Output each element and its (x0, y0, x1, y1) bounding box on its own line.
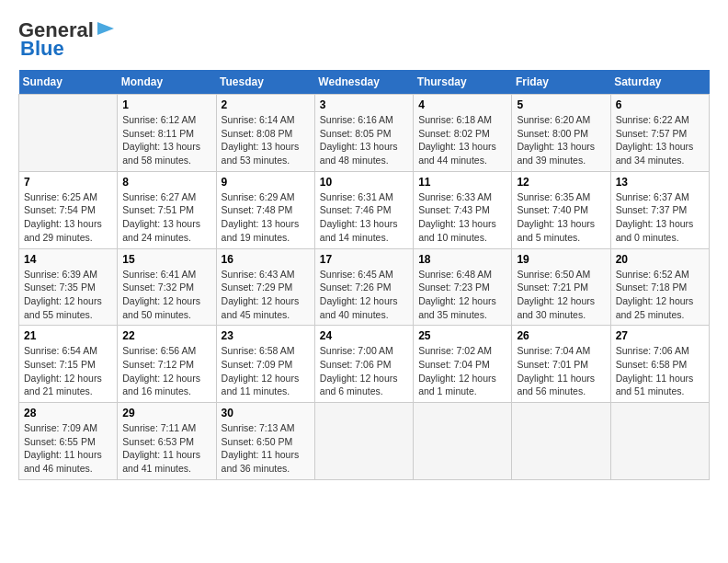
calendar-cell (512, 403, 610, 480)
day-info: Sunrise: 7:06 AM Sunset: 6:58 PM Dayligh… (616, 344, 704, 398)
day-info: Sunrise: 6:48 AM Sunset: 7:23 PM Dayligh… (418, 268, 506, 322)
day-number: 2 (222, 98, 310, 111)
calendar-cell: 24Sunrise: 7:00 AM Sunset: 7:06 PM Dayli… (314, 326, 413, 403)
calendar-cell: 15Sunrise: 6:41 AM Sunset: 7:32 PM Dayli… (118, 248, 216, 326)
calendar-cell (19, 95, 118, 172)
day-number: 15 (122, 253, 210, 266)
calendar-cell: 21Sunrise: 6:54 AM Sunset: 7:15 PM Dayli… (19, 326, 118, 403)
calendar-week-row: 7Sunrise: 6:25 AM Sunset: 7:54 PM Daylig… (19, 171, 710, 248)
day-info: Sunrise: 6:31 AM Sunset: 7:46 PM Dayligh… (320, 190, 408, 245)
day-info: Sunrise: 6:27 AM Sunset: 7:51 PM Dayligh… (122, 190, 210, 245)
calendar-cell: 19Sunrise: 6:50 AM Sunset: 7:21 PM Dayli… (512, 248, 610, 326)
weekday-header: Sunday (19, 70, 118, 95)
calendar-table: SundayMondayTuesdayWednesdayThursdayFrid… (18, 70, 710, 480)
calendar-cell: 11Sunrise: 6:33 AM Sunset: 7:43 PM Dayli… (414, 171, 512, 248)
day-info: Sunrise: 7:04 AM Sunset: 7:01 PM Dayligh… (517, 344, 605, 398)
day-info: Sunrise: 6:35 AM Sunset: 7:40 PM Dayligh… (517, 190, 605, 245)
day-number: 7 (24, 176, 112, 189)
calendar-cell: 9Sunrise: 6:29 AM Sunset: 7:48 PM Daylig… (216, 171, 314, 248)
calendar-cell: 7Sunrise: 6:25 AM Sunset: 7:54 PM Daylig… (19, 171, 118, 248)
calendar-cell: 2Sunrise: 6:14 AM Sunset: 8:08 PM Daylig… (216, 95, 314, 172)
day-number: 4 (418, 98, 506, 111)
day-info: Sunrise: 7:02 AM Sunset: 7:04 PM Dayligh… (418, 344, 506, 398)
day-number: 13 (616, 176, 704, 189)
day-number: 27 (616, 329, 704, 342)
calendar-cell: 8Sunrise: 6:27 AM Sunset: 7:51 PM Daylig… (118, 171, 216, 248)
day-info: Sunrise: 6:33 AM Sunset: 7:43 PM Dayligh… (418, 190, 506, 245)
calendar-cell: 26Sunrise: 7:04 AM Sunset: 7:01 PM Dayli… (512, 326, 610, 403)
calendar-cell: 28Sunrise: 7:09 AM Sunset: 6:55 PM Dayli… (19, 403, 118, 480)
calendar-cell (610, 403, 709, 480)
day-info: Sunrise: 7:11 AM Sunset: 6:53 PM Dayligh… (122, 421, 210, 476)
day-number: 20 (616, 253, 704, 266)
calendar-cell: 6Sunrise: 6:22 AM Sunset: 7:57 PM Daylig… (610, 95, 709, 172)
day-number: 21 (24, 329, 112, 342)
calendar-cell: 27Sunrise: 7:06 AM Sunset: 6:58 PM Dayli… (610, 326, 709, 403)
day-info: Sunrise: 6:58 AM Sunset: 7:09 PM Dayligh… (222, 344, 310, 398)
calendar-cell (414, 403, 512, 480)
calendar-cell: 25Sunrise: 7:02 AM Sunset: 7:04 PM Dayli… (414, 326, 512, 403)
calendar-cell: 22Sunrise: 6:56 AM Sunset: 7:12 PM Dayli… (118, 326, 216, 403)
logo-blue: Blue (20, 37, 64, 61)
calendar-cell: 1Sunrise: 6:12 AM Sunset: 8:11 PM Daylig… (118, 95, 216, 172)
day-number: 1 (122, 98, 210, 111)
day-number: 22 (122, 329, 210, 342)
calendar-cell: 5Sunrise: 6:20 AM Sunset: 8:00 PM Daylig… (512, 95, 610, 172)
calendar-cell: 17Sunrise: 6:45 AM Sunset: 7:26 PM Dayli… (314, 248, 413, 326)
day-number: 8 (122, 176, 210, 189)
day-info: Sunrise: 6:41 AM Sunset: 7:32 PM Dayligh… (122, 268, 210, 322)
weekday-header: Monday (118, 70, 216, 95)
calendar-cell: 10Sunrise: 6:31 AM Sunset: 7:46 PM Dayli… (314, 171, 413, 248)
day-number: 29 (122, 407, 210, 419)
day-info: Sunrise: 6:52 AM Sunset: 7:18 PM Dayligh… (616, 268, 704, 322)
day-info: Sunrise: 6:29 AM Sunset: 7:48 PM Dayligh… (222, 190, 310, 245)
day-number: 25 (418, 329, 506, 342)
day-number: 18 (418, 253, 506, 266)
day-info: Sunrise: 6:22 AM Sunset: 7:57 PM Dayligh… (616, 113, 704, 167)
day-number: 17 (320, 253, 408, 266)
day-number: 26 (517, 329, 605, 342)
day-number: 30 (222, 407, 310, 419)
day-number: 12 (517, 176, 605, 189)
day-info: Sunrise: 6:18 AM Sunset: 8:02 PM Dayligh… (418, 113, 506, 167)
weekday-header: Wednesday (314, 70, 413, 95)
day-number: 23 (222, 329, 310, 342)
day-info: Sunrise: 7:00 AM Sunset: 7:06 PM Dayligh… (320, 344, 408, 398)
calendar-week-row: 1Sunrise: 6:12 AM Sunset: 8:11 PM Daylig… (19, 95, 710, 172)
calendar-cell: 20Sunrise: 6:52 AM Sunset: 7:18 PM Dayli… (610, 248, 709, 326)
day-number: 10 (320, 176, 408, 189)
page-header: General Blue (18, 18, 710, 61)
day-info: Sunrise: 6:45 AM Sunset: 7:26 PM Dayligh… (320, 268, 408, 322)
day-info: Sunrise: 6:39 AM Sunset: 7:35 PM Dayligh… (24, 268, 112, 322)
calendar-week-row: 14Sunrise: 6:39 AM Sunset: 7:35 PM Dayli… (19, 248, 710, 326)
header-row: SundayMondayTuesdayWednesdayThursdayFrid… (19, 70, 710, 95)
calendar-cell: 23Sunrise: 6:58 AM Sunset: 7:09 PM Dayli… (216, 326, 314, 403)
calendar-cell (314, 403, 413, 480)
weekday-header: Saturday (610, 70, 709, 95)
logo-arrow-icon (96, 18, 116, 39)
logo: General Blue (18, 18, 116, 61)
day-info: Sunrise: 6:43 AM Sunset: 7:29 PM Dayligh… (222, 268, 310, 322)
calendar-cell: 18Sunrise: 6:48 AM Sunset: 7:23 PM Dayli… (414, 248, 512, 326)
day-info: Sunrise: 6:16 AM Sunset: 8:05 PM Dayligh… (320, 113, 408, 167)
day-number: 9 (222, 176, 310, 189)
day-info: Sunrise: 6:14 AM Sunset: 8:08 PM Dayligh… (222, 113, 310, 167)
calendar-week-row: 28Sunrise: 7:09 AM Sunset: 6:55 PM Dayli… (19, 403, 710, 480)
calendar-cell: 30Sunrise: 7:13 AM Sunset: 6:50 PM Dayli… (216, 403, 314, 480)
day-number: 28 (24, 407, 112, 419)
day-info: Sunrise: 6:12 AM Sunset: 8:11 PM Dayligh… (122, 113, 210, 167)
day-info: Sunrise: 6:25 AM Sunset: 7:54 PM Dayligh… (24, 190, 112, 245)
calendar-week-row: 21Sunrise: 6:54 AM Sunset: 7:15 PM Dayli… (19, 326, 710, 403)
day-info: Sunrise: 6:56 AM Sunset: 7:12 PM Dayligh… (122, 344, 210, 398)
weekday-header: Thursday (414, 70, 512, 95)
calendar-cell: 16Sunrise: 6:43 AM Sunset: 7:29 PM Dayli… (216, 248, 314, 326)
day-number: 24 (320, 329, 408, 342)
day-number: 11 (418, 176, 506, 189)
calendar-cell: 3Sunrise: 6:16 AM Sunset: 8:05 PM Daylig… (314, 95, 413, 172)
day-number: 5 (517, 98, 605, 111)
day-number: 3 (320, 98, 408, 111)
day-number: 6 (616, 98, 704, 111)
day-info: Sunrise: 7:13 AM Sunset: 6:50 PM Dayligh… (222, 421, 310, 476)
day-number: 14 (24, 253, 112, 266)
day-info: Sunrise: 6:54 AM Sunset: 7:15 PM Dayligh… (24, 344, 112, 398)
